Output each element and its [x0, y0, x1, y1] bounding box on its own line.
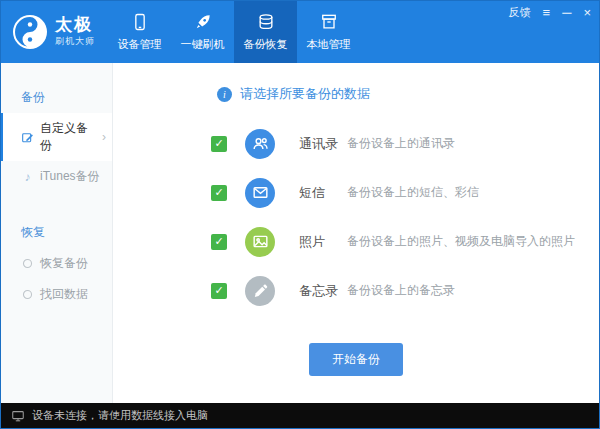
backup-panel: i 请选择所要备份的数据 ✓ 通讯录 备份设备上的通讯录 — [113, 63, 599, 403]
backup-row-sms: ✓ 短信 备份设备上的短信、彩信 — [211, 168, 599, 217]
start-backup-button[interactable]: 开始备份 — [309, 343, 403, 376]
item-label: 照片 — [299, 233, 347, 251]
minimize-icon[interactable]: ─ — [562, 6, 571, 19]
sidebar-item-label: 自定义备份 — [40, 120, 96, 154]
rocket-icon — [193, 12, 213, 32]
tab-label: 设备管理 — [118, 37, 162, 52]
main-nav: 设备管理 一键刷机 备份恢复 — [108, 1, 360, 63]
tab-label: 一键刷机 — [181, 37, 225, 52]
feedback-link[interactable]: 反馈 — [509, 7, 531, 18]
tab-one-click-flash[interactable]: 一键刷机 — [171, 1, 234, 63]
header: 太极 刷机大师 设备管理 一键刷机 — [1, 1, 599, 63]
edit-icon — [21, 131, 34, 144]
window-controls: 反馈 ≡ ─ × — [509, 6, 591, 19]
info-icon: i — [217, 87, 232, 102]
backup-item-list: ✓ 通讯录 备份设备上的通讯录 ✓ — [113, 119, 599, 315]
sidebar-item-custom-backup[interactable]: 自定义备份 › — [1, 113, 112, 161]
item-description: 备份设备上的备忘录 — [347, 282, 455, 299]
taiji-logo-icon — [12, 14, 48, 50]
memo-checkbox[interactable]: ✓ — [211, 283, 227, 299]
recover-circle-icon — [21, 288, 34, 301]
prompt-bar: i 请选择所要备份的数据 — [113, 63, 599, 119]
backup-restore-icon — [256, 12, 276, 32]
sidebar-item-label: iTunes备份 — [40, 168, 100, 185]
phone-icon — [130, 12, 150, 32]
backup-prompt: 请选择所要备份的数据 — [240, 85, 370, 103]
photos-icon — [245, 227, 275, 257]
device-status-icon — [11, 409, 25, 423]
sidebar-item-restore-backup[interactable]: 恢复备份 — [1, 248, 112, 279]
contacts-icon — [245, 129, 275, 159]
item-description: 备份设备上的短信、彩信 — [347, 184, 479, 201]
tab-backup-restore[interactable]: 备份恢复 — [234, 1, 297, 63]
item-description: 备份设备上的通讯录 — [347, 135, 455, 152]
chevron-right-icon: › — [102, 130, 106, 144]
app-window: 太极 刷机大师 设备管理 一键刷机 — [0, 0, 600, 429]
app-body: 备份 自定义备份 › ♪ iTunes备份 恢复 — [1, 63, 599, 403]
item-label: 备忘录 — [299, 282, 347, 300]
close-icon[interactable]: × — [583, 6, 591, 19]
sidebar-section-backup-title: 备份 — [1, 83, 112, 113]
storage-box-icon — [319, 12, 339, 32]
sidebar-item-itunes-backup[interactable]: ♪ iTunes备份 — [1, 161, 112, 192]
sidebar-section-restore-title: 恢复 — [1, 218, 112, 248]
app-subtitle: 刷机大师 — [55, 35, 95, 48]
device-status-text: 设备未连接，请使用数据线接入电脑 — [32, 408, 208, 423]
sidebar: 备份 自定义备份 › ♪ iTunes备份 恢复 — [1, 63, 113, 403]
tab-label: 本地管理 — [307, 37, 351, 52]
backup-row-photos: ✓ 照片 备份设备上的照片、视频及电脑导入的照片 — [211, 217, 599, 266]
tab-local-management[interactable]: 本地管理 — [297, 1, 360, 63]
contacts-checkbox[interactable]: ✓ — [211, 136, 227, 152]
item-description: 备份设备上的照片、视频及电脑导入的照片 — [347, 233, 575, 250]
item-label: 通讯录 — [299, 135, 347, 153]
music-note-icon: ♪ — [21, 170, 34, 183]
item-label: 短信 — [299, 184, 347, 202]
status-bar: 设备未连接，请使用数据线接入电脑 — [1, 403, 599, 428]
sms-icon — [245, 178, 275, 208]
sms-checkbox[interactable]: ✓ — [211, 185, 227, 201]
sidebar-item-label: 恢复备份 — [40, 255, 88, 272]
menu-icon[interactable]: ≡ — [543, 6, 551, 19]
backup-row-contacts: ✓ 通讯录 备份设备上的通讯录 — [211, 119, 599, 168]
backup-row-memo: ✓ 备忘录 备份设备上的备忘录 — [211, 266, 599, 315]
sidebar-item-recover-data[interactable]: 找回数据 — [1, 279, 112, 310]
tab-label: 备份恢复 — [244, 37, 288, 52]
restore-circle-icon — [21, 257, 34, 270]
photos-checkbox[interactable]: ✓ — [211, 234, 227, 250]
memo-icon — [245, 276, 275, 306]
app-logo: 太极 刷机大师 — [1, 1, 108, 63]
app-title: 太极 — [55, 16, 95, 35]
sidebar-item-label: 找回数据 — [40, 286, 88, 303]
tab-device-management[interactable]: 设备管理 — [108, 1, 171, 63]
